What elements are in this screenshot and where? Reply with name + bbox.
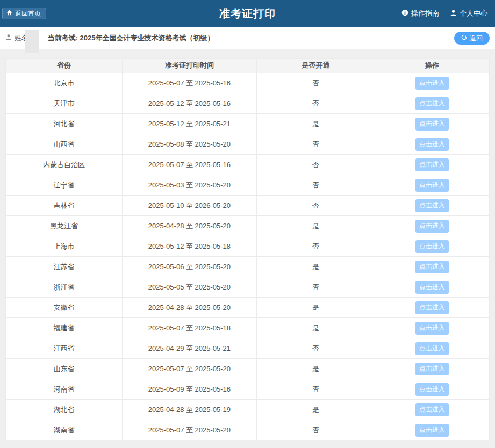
province-cell: 湖南省	[6, 420, 123, 440]
print-time-cell: 2025-05-12 至 2025-05-16	[122, 93, 256, 114]
guide-link[interactable]: 操作指南	[401, 9, 439, 18]
province-cell: 山西省	[6, 134, 123, 155]
province-table: 省份 准考证打印时间 是否开通 操作 北京市 2025-05-07 至 2025…	[5, 58, 490, 440]
enter-button[interactable]: 点击进入	[415, 179, 449, 192]
enter-button[interactable]: 点击进入	[415, 363, 449, 375]
column-header-action: 操作	[375, 59, 489, 73]
province-cell: 天津市	[6, 93, 123, 114]
open-status-cell: 是	[257, 257, 375, 277]
province-cell: 福建省	[6, 318, 123, 338]
province-cell: 北京市	[6, 73, 123, 93]
open-status-cell: 否	[257, 155, 375, 175]
province-cell: 山东省	[6, 359, 123, 379]
info-icon	[401, 9, 408, 18]
print-time-cell: 2025-05-07 至 2025-05-16	[122, 155, 256, 175]
open-status-cell: 否	[257, 93, 375, 114]
table-row: 山西省 2025-05-08 至 2025-05-20 否 点击进入	[6, 134, 490, 155]
header-links: 操作指南 个人中心	[401, 0, 487, 27]
province-cell: 湖北省	[6, 400, 123, 420]
table-row: 安徽省 2025-04-28 至 2025-05-20 是 点击进入	[6, 298, 490, 318]
enter-button[interactable]: 点击进入	[415, 424, 449, 437]
action-cell: 点击进入	[375, 379, 489, 400]
return-label: 返回	[470, 34, 483, 43]
action-cell: 点击进入	[375, 318, 489, 338]
enter-button[interactable]: 点击进入	[415, 301, 449, 314]
enter-button[interactable]: 点击进入	[415, 220, 449, 233]
action-cell: 点击进入	[375, 175, 489, 196]
enter-button[interactable]: 点击进入	[415, 281, 449, 294]
enter-button[interactable]: 点击进入	[415, 118, 449, 131]
open-status-cell: 是	[257, 359, 375, 379]
enter-button[interactable]: 点击进入	[415, 322, 449, 335]
table-row: 浙江省 2025-05-05 至 2025-05-20 否 点击进入	[6, 277, 490, 298]
action-cell: 点击进入	[375, 114, 489, 134]
table-row: 河北省 2025-05-12 至 2025-05-21 是 点击进入	[6, 114, 490, 134]
open-status-cell: 是	[257, 400, 375, 420]
enter-button[interactable]: 点击进入	[415, 97, 449, 110]
action-cell: 点击进入	[375, 359, 489, 379]
enter-button[interactable]: 点击进入	[415, 77, 449, 90]
table-row: 黑龙江省 2025-04-28 至 2025-05-20 是 点击进入	[6, 216, 490, 236]
print-time-cell: 2025-04-28 至 2025-05-20	[122, 216, 256, 236]
open-status-cell: 是	[257, 318, 375, 338]
open-status-cell: 否	[257, 73, 375, 93]
action-cell: 点击进入	[375, 420, 489, 440]
app-header: 返回首页 准考证打印 操作指南 个人中心	[0, 0, 495, 27]
print-time-cell: 2025-04-28 至 2025-05-19	[122, 400, 256, 420]
refresh-icon	[461, 34, 467, 42]
province-cell: 吉林省	[6, 196, 123, 216]
back-home-button[interactable]: 返回首页	[2, 8, 46, 19]
enter-button[interactable]: 点击进入	[415, 240, 449, 253]
enter-button[interactable]: 点击进入	[415, 261, 449, 273]
table-row: 辽宁省 2025-05-03 至 2025-05-20 否 点击进入	[6, 175, 490, 196]
table-row: 湖北省 2025-04-28 至 2025-05-19 是 点击进入	[6, 400, 490, 420]
user-icon	[450, 9, 457, 18]
open-status-cell: 否	[257, 420, 375, 440]
province-cell: 辽宁省	[6, 175, 123, 196]
action-cell: 点击进入	[375, 155, 489, 175]
open-status-cell: 否	[257, 379, 375, 400]
enter-button[interactable]: 点击进入	[415, 342, 449, 355]
table-row: 湖南省 2025-05-07 至 2025-05-20 否 点击进入	[6, 420, 490, 440]
user-icon	[5, 34, 12, 42]
table-row: 江苏省 2025-05-06 至 2025-05-20 是 点击进入	[6, 257, 490, 277]
table-row: 北京市 2025-05-07 至 2025-05-16 否 点击进入	[6, 73, 490, 93]
print-time-cell: 2025-05-08 至 2025-05-20	[122, 134, 256, 155]
enter-button[interactable]: 点击进入	[415, 138, 449, 151]
enter-button[interactable]: 点击进入	[415, 158, 449, 171]
open-status-cell: 否	[257, 196, 375, 216]
action-cell: 点击进入	[375, 73, 489, 93]
action-cell: 点击进入	[375, 400, 489, 420]
table-row: 山东省 2025-05-07 至 2025-05-20 是 点击进入	[6, 359, 490, 379]
open-status-cell: 否	[257, 338, 375, 359]
personal-center-link[interactable]: 个人中心	[450, 9, 487, 18]
action-cell: 点击进入	[375, 277, 489, 298]
table-row: 天津市 2025-05-12 至 2025-05-16 否 点击进入	[6, 93, 490, 114]
print-time-cell: 2025-05-07 至 2025-05-18	[122, 318, 256, 338]
print-time-cell: 2025-04-28 至 2025-05-20	[122, 298, 256, 318]
print-time-cell: 2025-05-12 至 2025-05-18	[122, 236, 256, 257]
province-cell: 江苏省	[6, 257, 123, 277]
back-home-label: 返回首页	[15, 10, 41, 17]
print-time-cell: 2025-05-07 至 2025-05-16	[122, 73, 256, 93]
table-row: 江西省 2025-04-29 至 2025-05-21 否 点击进入	[6, 338, 490, 359]
personal-center-label: 个人中心	[460, 9, 487, 18]
enter-button[interactable]: 点击进入	[415, 403, 449, 416]
return-button[interactable]: 返回	[454, 32, 490, 45]
print-time-cell: 2025-05-12 至 2025-05-21	[122, 114, 256, 134]
enter-button[interactable]: 点击进入	[415, 383, 449, 396]
guide-label: 操作指南	[411, 9, 439, 18]
table-row: 河南省 2025-05-09 至 2025-05-16 否 点击进入	[6, 379, 490, 400]
province-cell: 上海市	[6, 236, 123, 257]
info-bar: 姓名: 当前考试: 2025年全国会计专业技术资格考试（初级） 返回	[0, 27, 495, 49]
open-status-cell: 是	[257, 298, 375, 318]
enter-button[interactable]: 点击进入	[415, 199, 449, 212]
print-time-cell: 2025-05-06 至 2025-05-20	[122, 257, 256, 277]
print-time-cell: 2025-05-05 至 2025-05-20	[122, 277, 256, 298]
open-status-cell: 是	[257, 114, 375, 134]
home-icon	[6, 10, 12, 17]
action-cell: 点击进入	[375, 93, 489, 114]
open-status-cell: 否	[257, 236, 375, 257]
province-cell: 河北省	[6, 114, 123, 134]
print-time-cell: 2025-05-07 至 2025-05-20	[122, 359, 256, 379]
